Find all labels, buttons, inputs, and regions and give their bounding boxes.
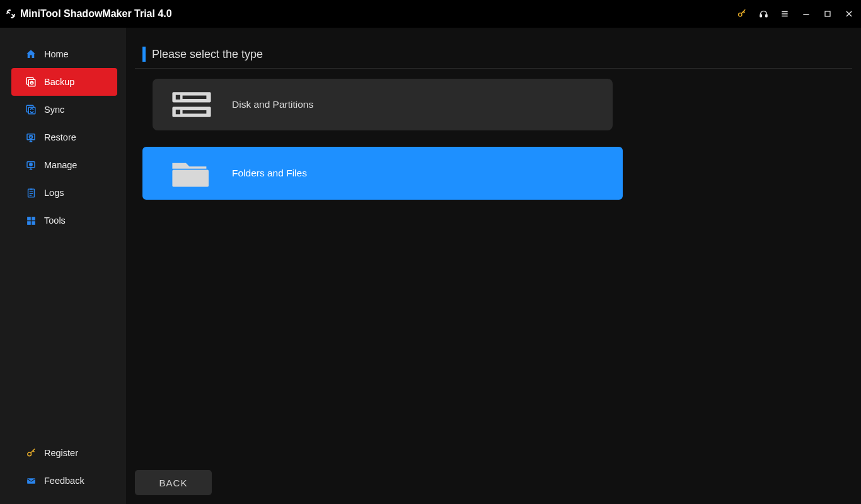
- option-label: Disk and Partitions: [232, 99, 313, 110]
- home-icon: [25, 49, 37, 60]
- sidebar-item-label: Register: [44, 448, 78, 458]
- sidebar-item-label: Feedback: [44, 476, 84, 486]
- option-label: Folders and Files: [232, 168, 307, 179]
- menu-icon[interactable]: [779, 8, 790, 20]
- section-title: Please select the type: [152, 48, 263, 61]
- sidebar-item-label: Restore: [44, 132, 76, 142]
- svg-rect-25: [176, 110, 180, 114]
- titlebar: MiniTool ShadowMaker Trial 4.0: [0, 0, 861, 28]
- svg-point-12: [30, 163, 32, 166]
- window-controls: [736, 8, 855, 20]
- app-logo-icon: [5, 8, 16, 20]
- app-logo: MiniTool ShadowMaker Trial 4.0: [5, 8, 172, 20]
- mail-icon: [25, 475, 37, 486]
- svg-rect-15: [27, 217, 31, 220]
- accent-bar: [142, 47, 146, 62]
- sidebar-item-feedback[interactable]: Feedback: [0, 467, 126, 495]
- sidebar-item-restore[interactable]: Restore: [0, 123, 126, 151]
- svg-rect-18: [32, 221, 35, 225]
- sidebar: Home Backup: [0, 28, 126, 504]
- svg-rect-14: [30, 188, 32, 190]
- sidebar-item-label: Logs: [44, 188, 64, 198]
- sidebar-item-register[interactable]: Register: [0, 439, 126, 467]
- minimize-icon[interactable]: [800, 8, 812, 20]
- sidebar-item-sync[interactable]: Sync: [0, 96, 126, 123]
- section-header: Please select the type: [135, 47, 852, 62]
- sidebar-item-logs[interactable]: Logs: [0, 179, 126, 207]
- svg-rect-3: [825, 11, 830, 16]
- option-folders-files[interactable]: Folders and Files: [142, 147, 623, 200]
- disk-partitions-icon: [169, 86, 214, 123]
- svg-rect-23: [183, 96, 207, 99]
- option-disk-partitions[interactable]: Disk and Partitions: [153, 79, 613, 130]
- sidebar-item-label: Backup: [44, 77, 74, 87]
- svg-rect-2: [765, 14, 767, 17]
- sidebar-item-label: Manage: [44, 160, 77, 170]
- main-content: Please select the type Disk and Partitio…: [126, 28, 861, 504]
- logs-icon: [25, 187, 37, 198]
- svg-rect-16: [32, 217, 35, 220]
- restore-icon: [25, 132, 37, 143]
- svg-rect-26: [183, 110, 207, 113]
- svg-rect-20: [27, 478, 35, 484]
- key-icon[interactable]: [736, 8, 748, 20]
- app-title: MiniTool ShadowMaker Trial 4.0: [20, 8, 172, 20]
- back-button[interactable]: BACK: [135, 470, 212, 495]
- svg-point-0: [739, 13, 742, 16]
- svg-rect-17: [27, 221, 31, 225]
- key-icon: [25, 447, 37, 459]
- sidebar-item-backup[interactable]: Backup: [11, 68, 117, 96]
- tools-icon: [25, 215, 37, 226]
- sidebar-item-label: Sync: [44, 105, 64, 115]
- maximize-icon[interactable]: [822, 8, 833, 20]
- svg-rect-22: [176, 95, 180, 100]
- sidebar-item-label: Home: [44, 49, 69, 59]
- manage-icon: [25, 159, 37, 171]
- svg-rect-1: [760, 14, 761, 17]
- backup-icon: [25, 76, 37, 88]
- svg-rect-27: [172, 170, 209, 187]
- close-icon[interactable]: [843, 8, 855, 20]
- headset-icon[interactable]: [758, 8, 769, 20]
- svg-point-19: [27, 452, 31, 456]
- sidebar-item-tools[interactable]: Tools: [0, 207, 126, 234]
- sidebar-item-label: Tools: [44, 215, 66, 226]
- sync-icon: [25, 104, 37, 115]
- sidebar-item-home[interactable]: Home: [0, 40, 126, 68]
- sidebar-item-manage[interactable]: Manage: [0, 151, 126, 179]
- folder-icon: [169, 155, 214, 192]
- divider: [135, 68, 852, 69]
